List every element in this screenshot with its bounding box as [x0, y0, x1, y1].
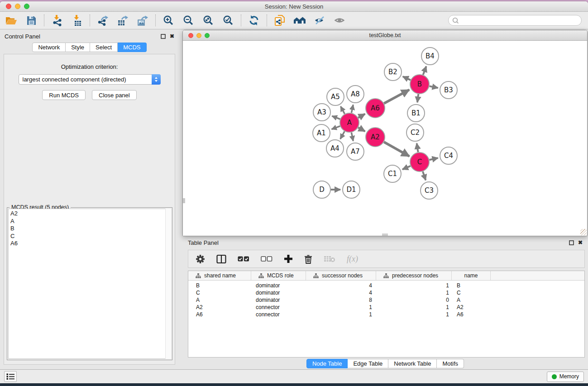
graph-node-B4[interactable]: B4	[421, 48, 439, 65]
graph-node-A3[interactable]: A3	[313, 104, 330, 121]
edge-B-B1[interactable]	[417, 94, 418, 102]
mcds-result-list[interactable]: A2ABCA6	[8, 209, 171, 359]
tab-network[interactable]: Network	[32, 43, 66, 52]
clone-network-button[interactable]	[273, 14, 287, 27]
table-row[interactable]: Cdominator41C	[188, 289, 584, 296]
close-panel-button[interactable]: Close panel	[92, 90, 137, 100]
graph-node-C1[interactable]: C1	[384, 165, 401, 182]
add-entry-button[interactable]	[284, 254, 293, 263]
table-settings-button[interactable]	[196, 254, 205, 264]
export-image-button[interactable]	[136, 14, 149, 27]
table-row[interactable]: Bdominator41B	[188, 282, 584, 289]
select-all-button[interactable]	[238, 256, 249, 262]
edge-A-A8[interactable]	[351, 105, 353, 113]
graph-node-A6[interactable]: A6	[366, 99, 385, 118]
edge-B-B3[interactable]	[430, 86, 438, 88]
column-header[interactable]: shared name	[188, 271, 251, 280]
graph-node-A1[interactable]: A1	[313, 124, 330, 142]
zoom-window-button[interactable]	[24, 4, 29, 9]
edge-A-A5[interactable]	[340, 106, 344, 114]
table-row[interactable]: A6connector11A6	[188, 311, 584, 318]
zoom-fit-button[interactable]	[201, 14, 215, 27]
resize-grip[interactable]	[580, 229, 587, 235]
graph-node-A4[interactable]: A4	[326, 140, 344, 157]
graph-node-C4[interactable]: C4	[440, 147, 457, 164]
edge-A6-B[interactable]	[384, 90, 409, 103]
memory-button[interactable]: Memory	[547, 372, 584, 382]
float-panel-icon[interactable]	[161, 34, 166, 39]
graph-node-A[interactable]: A	[340, 113, 359, 132]
edge-A-A7[interactable]	[351, 133, 353, 141]
search-input[interactable]	[461, 17, 578, 24]
edge-A-A3[interactable]	[332, 116, 340, 119]
table-row[interactable]: A2connector11A2	[188, 304, 584, 311]
delete-entry-button[interactable]	[304, 254, 312, 264]
list-item[interactable]: A	[9, 218, 171, 225]
result-list-scrollbar[interactable]	[165, 209, 171, 359]
list-item[interactable]: C	[9, 233, 171, 240]
list-item[interactable]: B	[9, 225, 171, 233]
show-all-network-views-button[interactable]	[293, 14, 306, 27]
graph-node-B1[interactable]: B1	[407, 105, 425, 122]
tab-mcds[interactable]: MCDS	[118, 43, 146, 52]
column-header[interactable]: predecessor nodes	[376, 271, 452, 280]
hide-selected-items-button[interactable]	[313, 14, 326, 27]
function-builder-button-disabled[interactable]: f(x)	[347, 254, 358, 264]
close-panel-icon[interactable]: ✖	[578, 239, 583, 246]
graph-node-A5[interactable]: A5	[327, 88, 344, 105]
zoom-out-button[interactable]	[182, 14, 195, 27]
task-history-button[interactable]	[4, 371, 17, 382]
network-window-titlebar[interactable]: testGlobe.txt	[183, 30, 587, 41]
tab-edge-table[interactable]: Edge Table	[348, 359, 388, 368]
tab-node-table[interactable]: Node Table	[306, 359, 348, 368]
vertical-scrollbar-thumb[interactable]	[183, 198, 185, 203]
list-item[interactable]: A6	[9, 240, 171, 248]
tab-style[interactable]: Style	[66, 43, 90, 52]
edge-C-C2[interactable]	[417, 143, 418, 152]
edge-C-C1[interactable]	[402, 166, 411, 170]
export-table-button[interactable]	[116, 14, 129, 27]
graph-node-B3[interactable]: B3	[440, 81, 457, 99]
open-session-button[interactable]	[5, 14, 18, 27]
graph-node-C[interactable]: C	[410, 152, 429, 172]
table-row[interactable]: Adominator80A	[188, 296, 584, 304]
edge-A-A4[interactable]	[340, 131, 344, 139]
minimize-window-button[interactable]	[15, 4, 20, 9]
import-table-button[interactable]	[70, 14, 84, 27]
window-titlebar[interactable]: Session: New Session	[0, 1, 588, 12]
graph-node-D[interactable]: D	[313, 181, 330, 198]
graph-node-D1[interactable]: D1	[343, 181, 360, 198]
graph-node-C2[interactable]: C2	[406, 124, 424, 141]
close-panel-icon[interactable]: ✖	[170, 33, 174, 39]
deselect-all-button[interactable]	[261, 256, 272, 262]
run-mcds-button[interactable]: Run MCDS	[42, 90, 86, 100]
edge-B-B4[interactable]	[423, 67, 426, 75]
delete-table-button-disabled[interactable]	[324, 255, 335, 263]
column-header[interactable]: name	[452, 271, 491, 280]
network-close-button[interactable]	[188, 33, 193, 38]
list-item[interactable]: A2	[9, 210, 171, 218]
column-view-button[interactable]	[216, 254, 226, 264]
zoom-in-button[interactable]	[162, 14, 175, 27]
tab-network-table[interactable]: Network Table	[388, 359, 437, 368]
graph-node-B2[interactable]: B2	[384, 63, 402, 81]
tab-motifs[interactable]: Motifs	[437, 359, 464, 368]
network-minimize-button[interactable]	[196, 33, 201, 38]
graph-node-B[interactable]: B	[410, 75, 429, 94]
graph-node-C3[interactable]: C3	[421, 182, 438, 199]
edge-B-B2[interactable]	[403, 76, 411, 80]
network-canvas[interactable]: B4B2BB3A5A8A6B1A3AC2A1A2A4A7C4CC1C3DD1	[183, 41, 587, 236]
column-header[interactable]: MCDS role	[251, 271, 306, 280]
graph-node-A8[interactable]: A8	[347, 86, 364, 103]
graph-node-A7[interactable]: A7	[347, 143, 364, 160]
save-session-button[interactable]	[24, 14, 38, 27]
show-selected-items-button[interactable]	[333, 14, 346, 27]
import-network-button[interactable]	[50, 14, 64, 27]
column-header[interactable]: successor nodes	[306, 271, 376, 280]
edge-C-C3[interactable]	[423, 172, 425, 180]
zoom-selected-button[interactable]	[221, 14, 235, 27]
tab-select[interactable]: Select	[90, 43, 118, 52]
search-box[interactable]	[448, 15, 582, 26]
edge-A-A2[interactable]	[358, 128, 365, 132]
export-network-button[interactable]	[96, 14, 110, 27]
